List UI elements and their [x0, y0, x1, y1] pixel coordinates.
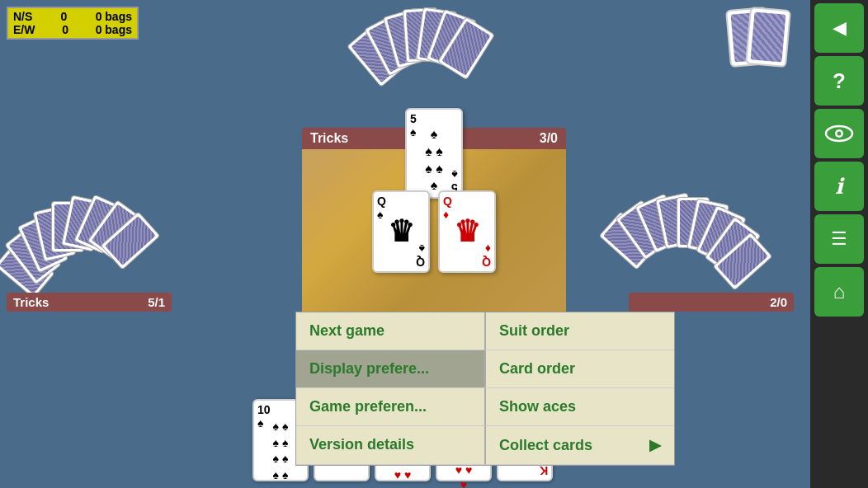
menu-row-4: Version details Collect cards ▶ — [296, 426, 674, 465]
left-play-card: Q♠ ♛ Q♠ — [372, 190, 430, 273]
menu-game-prefs[interactable]: Game preferen... — [296, 388, 484, 426]
menu-display-prefs[interactable]: Display prefere... — [296, 350, 484, 388]
scoreboard: N/S 0 0 bags E/W 0 0 bags — [7, 7, 139, 40]
back-button[interactable]: ◀ — [814, 3, 864, 53]
eye-icon — [824, 124, 854, 143]
menu-suit-order[interactable]: Suit order — [484, 312, 674, 350]
right-hand — [612, 195, 794, 293]
menu-row-3: Game preferen... Show aces — [296, 388, 674, 426]
context-menu: Next game Suit order Display prefere... … — [295, 312, 675, 466]
tricks-label: Tricks — [310, 131, 348, 146]
left-tricks-value: 5/1 — [148, 295, 165, 309]
help-button[interactable]: ? — [814, 56, 864, 106]
menu-row-1: Next game Suit order — [296, 312, 674, 350]
game-table: 5♠ ♠♠ ♠♠ ♠♠ 5♠ Q♠ ♛ Q♠ Q♦ ♛ Q♦ — [302, 149, 566, 314]
menu-button[interactable]: ☰ — [814, 214, 864, 264]
sidebar: ◀ ? ℹ ☰ ⌂ — [810, 0, 868, 488]
center-card: 5♠ ♠♠ ♠♠ ♠♠ 5♠ — [405, 108, 463, 199]
menu-card-order[interactable]: Card order — [484, 350, 674, 388]
right-play-card: Q♦ ♛ Q♦ — [438, 190, 496, 273]
menu-row-2: Display prefere... Card order — [296, 350, 674, 388]
ew-score: 0 — [62, 23, 68, 36]
top-hand — [360, 8, 508, 99]
menu-version[interactable]: Version details — [296, 426, 484, 465]
ns-score: 0 — [61, 10, 68, 23]
menu-next-game[interactable]: Next game — [296, 312, 484, 350]
info-button[interactable]: ℹ — [814, 162, 864, 211]
home-button[interactable]: ⌂ — [814, 267, 864, 317]
hamburger-icon: ☰ — [831, 228, 847, 250]
ns-bags: 0 bags — [96, 10, 132, 23]
svg-point-2 — [837, 132, 842, 136]
eye-button[interactable] — [814, 109, 864, 158]
ns-label: N/S — [13, 10, 32, 23]
chevron-right-icon: ▶ — [649, 436, 661, 454]
tricks-count: 3/0 — [540, 131, 558, 146]
left-tricks-bar: Tricks 5/1 — [7, 293, 172, 312]
right-tricks-value: 2/0 — [770, 295, 787, 309]
left-hand — [8, 195, 190, 293]
ew-bags: 0 bags — [96, 23, 132, 36]
menu-collect-cards[interactable]: Collect cards ▶ — [484, 426, 674, 465]
ew-label: E/W — [13, 23, 35, 36]
home-icon: ⌂ — [833, 280, 846, 303]
info-icon: ℹ — [835, 174, 843, 199]
menu-show-aces[interactable]: Show aces — [484, 388, 674, 426]
left-tricks-label: Tricks — [13, 295, 49, 309]
top-right-cards — [728, 8, 794, 99]
right-tricks-bar: 2/0 — [629, 293, 794, 312]
play-area: Tricks 3/0 5♠ ♠♠ ♠♠ ♠♠ 5♠ Q♠ ♛ Q♠ Q♦ ♛ Q… — [302, 128, 566, 314]
